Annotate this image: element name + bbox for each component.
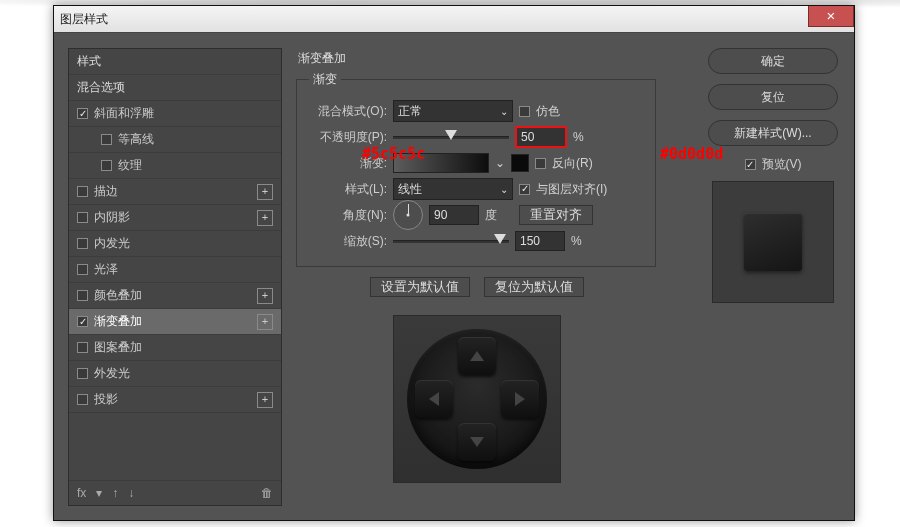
style-checkbox[interactable] bbox=[77, 212, 88, 223]
style-label: 图案叠加 bbox=[94, 339, 142, 356]
preview-label: 预览(V) bbox=[762, 156, 802, 173]
annotation-color-1: #5c5c5c bbox=[362, 147, 425, 162]
style-label: 颜色叠加 bbox=[94, 287, 142, 304]
style-label: 内阴影 bbox=[94, 209, 130, 226]
styles-footer: fx ▾ ↑ ↓ 🗑 bbox=[69, 480, 281, 505]
scale-input[interactable] bbox=[515, 231, 565, 251]
style-row[interactable]: 图案叠加 bbox=[69, 335, 281, 361]
style-checkbox[interactable] bbox=[101, 134, 112, 145]
plus-icon[interactable]: + bbox=[257, 314, 273, 330]
dpad-right-icon bbox=[501, 380, 539, 418]
angle-label: 角度(N): bbox=[309, 207, 387, 224]
style-checkbox[interactable] bbox=[77, 316, 88, 327]
close-button[interactable]: × bbox=[808, 6, 854, 27]
chevron-down-icon[interactable]: ▾ bbox=[96, 486, 102, 500]
style-label: 渐变叠加 bbox=[94, 313, 142, 330]
blend-options-row[interactable]: 混合选项 bbox=[69, 75, 281, 101]
group-legend: 渐变 bbox=[309, 71, 341, 88]
style-checkbox[interactable] bbox=[77, 108, 88, 119]
style-checkbox[interactable] bbox=[77, 368, 88, 379]
ok-button[interactable]: 确定 bbox=[708, 48, 838, 74]
reverse-checkbox[interactable] bbox=[535, 158, 546, 169]
style-label: 光泽 bbox=[94, 261, 118, 278]
style-label: 样式(L): bbox=[309, 181, 387, 198]
gradient-group: 渐变 混合模式(O): 正常⌄ 仿色 不透明度(P): % 渐变: ⌄ bbox=[296, 71, 656, 267]
style-row[interactable]: 渐变叠加+ bbox=[69, 309, 281, 335]
blend-mode-label: 混合模式(O): bbox=[309, 103, 387, 120]
opacity-label: 不透明度(P): bbox=[309, 129, 387, 146]
layer-style-dialog: 图层样式 × 样式 混合选项 斜面和浮雕等高线纹理描边+内阴影+内发光光泽颜色叠… bbox=[53, 5, 855, 521]
title-bar[interactable]: 图层样式 × bbox=[54, 6, 854, 33]
style-row[interactable]: 光泽 bbox=[69, 257, 281, 283]
preview-checkbox[interactable] bbox=[745, 159, 756, 170]
style-label: 纹理 bbox=[118, 157, 142, 174]
plus-icon[interactable]: + bbox=[257, 184, 273, 200]
fx-icon[interactable]: fx bbox=[77, 487, 86, 499]
style-checkbox[interactable] bbox=[77, 394, 88, 405]
move-down-icon[interactable]: ↓ bbox=[128, 487, 134, 499]
plus-icon[interactable]: + bbox=[257, 210, 273, 226]
dpad-left-icon bbox=[415, 380, 453, 418]
scale-slider[interactable] bbox=[393, 232, 509, 250]
style-label: 等高线 bbox=[118, 131, 154, 148]
right-column: 确定 复位 新建样式(W)... 预览(V) bbox=[708, 48, 838, 303]
style-row[interactable]: 斜面和浮雕 bbox=[69, 101, 281, 127]
reset-default-button[interactable]: 复位为默认值 bbox=[484, 277, 584, 297]
dpad-down-icon bbox=[458, 423, 496, 461]
chevron-down-icon: ⌄ bbox=[500, 106, 508, 117]
reset-align-button[interactable]: 重置对齐 bbox=[519, 205, 593, 225]
style-row[interactable]: 等高线 bbox=[69, 127, 281, 153]
align-checkbox[interactable] bbox=[519, 184, 530, 195]
trash-icon[interactable]: 🗑 bbox=[261, 487, 273, 499]
style-checkbox[interactable] bbox=[77, 290, 88, 301]
set-default-button[interactable]: 设置为默认值 bbox=[370, 277, 470, 297]
preview-render bbox=[393, 315, 561, 483]
opacity-slider[interactable] bbox=[393, 128, 509, 146]
window-title: 图层样式 bbox=[60, 11, 108, 28]
plus-icon[interactable]: + bbox=[257, 288, 273, 304]
style-select[interactable]: 线性⌄ bbox=[393, 178, 513, 200]
opacity-input[interactable] bbox=[515, 126, 567, 148]
style-checkbox[interactable] bbox=[77, 238, 88, 249]
dither-label: 仿色 bbox=[536, 103, 560, 120]
style-label: 外发光 bbox=[94, 365, 130, 382]
options-panel: 渐变叠加 渐变 混合模式(O): 正常⌄ 仿色 不透明度(P): % 渐变: bbox=[294, 48, 660, 483]
style-checkbox[interactable] bbox=[77, 342, 88, 353]
style-row[interactable]: 投影+ bbox=[69, 387, 281, 413]
move-up-icon[interactable]: ↑ bbox=[112, 487, 118, 499]
preview-swatch bbox=[712, 181, 834, 303]
opacity-unit: % bbox=[573, 130, 584, 144]
style-row[interactable]: 内阴影+ bbox=[69, 205, 281, 231]
style-row[interactable]: 描边+ bbox=[69, 179, 281, 205]
dpad-up-icon bbox=[458, 337, 496, 375]
style-row[interactable]: 内发光 bbox=[69, 231, 281, 257]
annotation-color-2: #0d0d0d bbox=[660, 147, 723, 162]
style-checkbox[interactable] bbox=[101, 160, 112, 171]
scale-label: 缩放(S): bbox=[309, 233, 387, 250]
style-label: 斜面和浮雕 bbox=[94, 105, 154, 122]
style-checkbox[interactable] bbox=[77, 264, 88, 275]
chevron-down-icon: ⌄ bbox=[500, 184, 508, 195]
panel-title: 渐变叠加 bbox=[298, 50, 660, 67]
style-label: 投影 bbox=[94, 391, 118, 408]
align-label: 与图层对齐(I) bbox=[536, 181, 607, 198]
reverse-label: 反向(R) bbox=[552, 155, 593, 172]
angle-input[interactable] bbox=[429, 205, 479, 225]
styles-list: 样式 混合选项 斜面和浮雕等高线纹理描边+内阴影+内发光光泽颜色叠加+渐变叠加+… bbox=[68, 48, 282, 506]
gradient-swatch[interactable] bbox=[511, 154, 529, 172]
blend-mode-select[interactable]: 正常⌄ bbox=[393, 100, 513, 122]
chevron-down-icon[interactable]: ⌄ bbox=[495, 156, 505, 170]
styles-heading: 样式 bbox=[69, 49, 281, 75]
scale-unit: % bbox=[571, 234, 582, 248]
style-row[interactable]: 外发光 bbox=[69, 361, 281, 387]
style-row[interactable]: 颜色叠加+ bbox=[69, 283, 281, 309]
dither-checkbox[interactable] bbox=[519, 106, 530, 117]
plus-icon[interactable]: + bbox=[257, 392, 273, 408]
new-style-button[interactable]: 新建样式(W)... bbox=[708, 120, 838, 146]
style-row[interactable]: 纹理 bbox=[69, 153, 281, 179]
style-checkbox[interactable] bbox=[77, 186, 88, 197]
angle-dial[interactable] bbox=[393, 200, 423, 230]
angle-unit: 度 bbox=[485, 207, 497, 224]
dpad-icon bbox=[407, 329, 547, 469]
reset-button[interactable]: 复位 bbox=[708, 84, 838, 110]
